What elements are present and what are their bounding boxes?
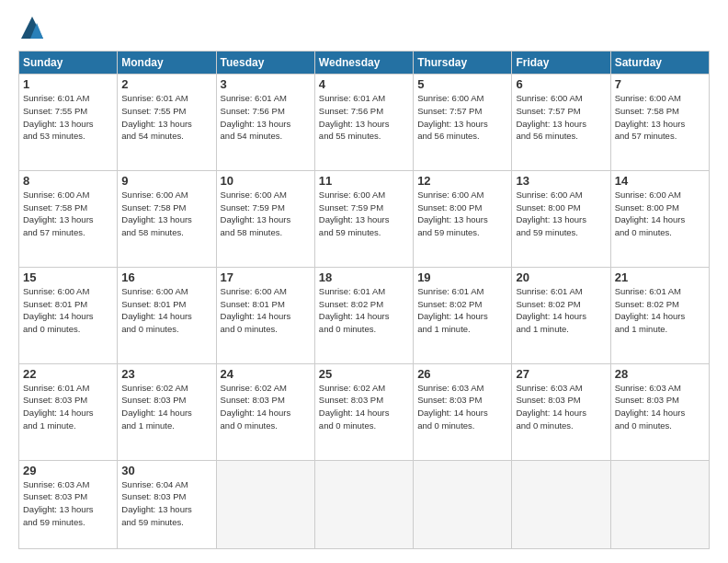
col-header-thursday: Thursday [414,52,512,75]
calendar-cell: 29Sunrise: 6:03 AM Sunset: 8:03 PM Dayli… [19,460,118,548]
col-header-friday: Friday [512,52,610,75]
calendar-cell [610,460,709,548]
day-info: Sunrise: 6:00 AM Sunset: 8:00 PM Dayligh… [615,189,705,239]
day-number: 28 [615,367,705,381]
calendar-cell: 26Sunrise: 6:03 AM Sunset: 8:03 PM Dayli… [414,363,512,460]
calendar-cell: 16Sunrise: 6:00 AM Sunset: 8:01 PM Dayli… [118,267,216,363]
calendar-cell: 13Sunrise: 6:00 AM Sunset: 8:00 PM Dayli… [512,170,610,267]
day-number: 24 [221,367,311,381]
day-number: 30 [121,464,211,477]
day-info: Sunrise: 6:03 AM Sunset: 8:03 PM Dayligh… [516,382,606,432]
day-info: Sunrise: 6:03 AM Sunset: 8:03 PM Dayligh… [23,478,113,529]
calendar-cell: 30Sunrise: 6:04 AM Sunset: 8:03 PM Dayli… [118,460,216,548]
day-number: 18 [319,270,409,284]
day-number: 8 [23,174,113,188]
calendar-cell: 25Sunrise: 6:02 AM Sunset: 8:03 PM Dayli… [314,363,413,460]
header-row: SundayMondayTuesdayWednesdayThursdayFrid… [19,52,710,75]
day-info: Sunrise: 6:01 AM Sunset: 7:56 PM Dayligh… [319,92,409,143]
calendar-cell [512,460,610,548]
day-number: 4 [319,77,409,91]
calendar-cell: 14Sunrise: 6:00 AM Sunset: 8:00 PM Dayli… [610,170,709,267]
calendar-cell: 7Sunrise: 6:00 AM Sunset: 7:58 PM Daylig… [610,75,709,171]
day-number: 27 [516,367,606,381]
day-info: Sunrise: 6:04 AM Sunset: 8:03 PM Dayligh… [121,478,211,529]
calendar: SundayMondayTuesdayWednesdayThursdayFrid… [18,51,710,549]
day-info: Sunrise: 6:02 AM Sunset: 8:03 PM Dayligh… [319,382,409,432]
calendar-cell: 20Sunrise: 6:01 AM Sunset: 8:02 PM Dayli… [512,267,610,363]
day-info: Sunrise: 6:02 AM Sunset: 8:03 PM Dayligh… [221,382,311,432]
calendar-cell: 10Sunrise: 6:00 AM Sunset: 7:59 PM Dayli… [216,170,314,267]
day-info: Sunrise: 6:00 AM Sunset: 8:00 PM Dayligh… [516,189,606,239]
calendar-cell: 11Sunrise: 6:00 AM Sunset: 7:59 PM Dayli… [314,170,413,267]
calendar-cell: 21Sunrise: 6:01 AM Sunset: 8:02 PM Dayli… [610,267,709,363]
day-info: Sunrise: 6:02 AM Sunset: 8:03 PM Dayligh… [121,382,211,432]
calendar-cell: 17Sunrise: 6:00 AM Sunset: 8:01 PM Dayli… [216,267,314,363]
day-number: 12 [417,174,507,188]
calendar-cell [414,460,512,548]
calendar-cell: 22Sunrise: 6:01 AM Sunset: 8:03 PM Dayli… [19,363,118,460]
day-number: 13 [516,174,606,188]
week-row-5: 29Sunrise: 6:03 AM Sunset: 8:03 PM Dayli… [19,460,710,548]
day-number: 16 [121,270,211,284]
day-number: 21 [615,270,705,284]
day-number: 1 [23,77,113,91]
calendar-cell: 28Sunrise: 6:03 AM Sunset: 8:03 PM Dayli… [610,363,709,460]
day-info: Sunrise: 6:00 AM Sunset: 7:59 PM Dayligh… [221,189,311,239]
col-header-monday: Monday [118,52,216,75]
day-number: 22 [23,367,113,381]
day-info: Sunrise: 6:00 AM Sunset: 7:59 PM Dayligh… [319,189,409,239]
day-number: 14 [615,174,705,188]
day-info: Sunrise: 6:00 AM Sunset: 7:58 PM Dayligh… [23,189,113,239]
col-header-tuesday: Tuesday [216,52,314,75]
day-info: Sunrise: 6:00 AM Sunset: 8:00 PM Dayligh… [417,189,507,239]
day-number: 15 [23,270,113,284]
day-number: 3 [221,77,311,91]
header [18,14,710,41]
day-info: Sunrise: 6:01 AM Sunset: 7:55 PM Dayligh… [121,92,211,143]
calendar-cell: 12Sunrise: 6:00 AM Sunset: 8:00 PM Dayli… [414,170,512,267]
day-number: 9 [121,174,211,188]
day-info: Sunrise: 6:00 AM Sunset: 8:01 PM Dayligh… [221,285,311,336]
day-info: Sunrise: 6:00 AM Sunset: 7:58 PM Dayligh… [615,92,705,143]
day-number: 19 [417,270,507,284]
calendar-cell: 9Sunrise: 6:00 AM Sunset: 7:58 PM Daylig… [118,170,216,267]
day-info: Sunrise: 6:00 AM Sunset: 8:01 PM Dayligh… [23,285,113,336]
calendar-cell: 24Sunrise: 6:02 AM Sunset: 8:03 PM Dayli… [216,363,314,460]
col-header-wednesday: Wednesday [314,52,413,75]
day-info: Sunrise: 6:00 AM Sunset: 7:57 PM Dayligh… [516,92,606,143]
calendar-cell: 8Sunrise: 6:00 AM Sunset: 7:58 PM Daylig… [19,170,118,267]
col-header-sunday: Sunday [19,52,118,75]
calendar-cell: 19Sunrise: 6:01 AM Sunset: 8:02 PM Dayli… [414,267,512,363]
day-number: 29 [23,464,113,477]
logo [18,14,50,41]
day-number: 2 [121,77,211,91]
calendar-cell [216,460,314,548]
calendar-cell: 6Sunrise: 6:00 AM Sunset: 7:57 PM Daylig… [512,75,610,171]
day-info: Sunrise: 6:00 AM Sunset: 7:58 PM Dayligh… [121,189,211,239]
day-info: Sunrise: 6:00 AM Sunset: 8:01 PM Dayligh… [121,285,211,336]
day-number: 7 [615,77,705,91]
day-number: 11 [319,174,409,188]
day-info: Sunrise: 6:01 AM Sunset: 7:56 PM Dayligh… [221,92,311,143]
day-info: Sunrise: 6:00 AM Sunset: 7:57 PM Dayligh… [417,92,507,143]
day-number: 6 [516,77,606,91]
page: SundayMondayTuesdayWednesdayThursdayFrid… [0,0,728,563]
week-row-3: 15Sunrise: 6:00 AM Sunset: 8:01 PM Dayli… [19,267,710,363]
day-info: Sunrise: 6:03 AM Sunset: 8:03 PM Dayligh… [417,382,507,432]
calendar-cell: 1Sunrise: 6:01 AM Sunset: 7:55 PM Daylig… [19,75,118,171]
logo-icon [18,14,46,41]
day-info: Sunrise: 6:01 AM Sunset: 8:02 PM Dayligh… [319,285,409,336]
day-number: 20 [516,270,606,284]
week-row-4: 22Sunrise: 6:01 AM Sunset: 8:03 PM Dayli… [19,363,710,460]
week-row-2: 8Sunrise: 6:00 AM Sunset: 7:58 PM Daylig… [19,170,710,267]
calendar-cell: 5Sunrise: 6:00 AM Sunset: 7:57 PM Daylig… [414,75,512,171]
calendar-cell: 23Sunrise: 6:02 AM Sunset: 8:03 PM Dayli… [118,363,216,460]
calendar-cell: 18Sunrise: 6:01 AM Sunset: 8:02 PM Dayli… [314,267,413,363]
day-number: 17 [221,270,311,284]
day-info: Sunrise: 6:01 AM Sunset: 8:02 PM Dayligh… [417,285,507,336]
day-number: 23 [121,367,211,381]
day-info: Sunrise: 6:01 AM Sunset: 8:03 PM Dayligh… [23,382,113,432]
calendar-cell [314,460,413,548]
week-row-1: 1Sunrise: 6:01 AM Sunset: 7:55 PM Daylig… [19,75,710,171]
calendar-cell: 27Sunrise: 6:03 AM Sunset: 8:03 PM Dayli… [512,363,610,460]
